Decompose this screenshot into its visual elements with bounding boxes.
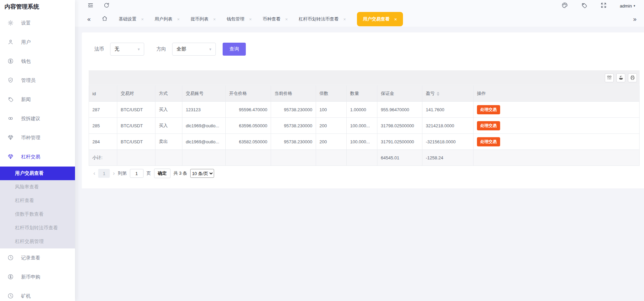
sidebar-item-leverage-trading[interactable]: 杠杆交易: [0, 147, 75, 167]
sidebar-item-new-coin[interactable]: 新币申购: [0, 268, 75, 287]
handle-trade-button[interactable]: 处理交易: [477, 137, 500, 146]
sidebar-item-label: 矿机: [21, 293, 31, 299]
sidebar-item-users[interactable]: 用户: [0, 33, 75, 52]
trades-table: id 交易对 方式 交易账号 开仓价格 当前价格 倍数 数量 保证金 盈亏: [89, 85, 640, 166]
fiat-select[interactable]: 无 ▼: [110, 43, 144, 56]
top-navbar: admin ▾: [75, 0, 644, 12]
col-amount: 数量: [347, 86, 377, 102]
col-margin: 保证金: [377, 86, 422, 102]
sidebar-item-label: 币种管理: [21, 135, 40, 141]
tabs-scroll-left-icon[interactable]: «: [87, 16, 91, 22]
theme-palette-icon[interactable]: [561, 2, 568, 10]
sidebar-item-label: 新币申购: [21, 274, 40, 280]
close-icon[interactable]: ×: [177, 17, 180, 22]
page-number-button[interactable]: 1: [98, 169, 110, 178]
direction-select-value: 全部: [177, 46, 186, 52]
tabs-scroll-right-icon[interactable]: »: [633, 16, 636, 22]
fullscreen-icon[interactable]: [600, 2, 607, 10]
table-header-row: id 交易对 方式 交易账号 开仓价格 当前价格 倍数 数量 保证金 盈亏: [89, 86, 640, 102]
history-icon: [8, 293, 14, 300]
close-icon[interactable]: ×: [213, 17, 216, 22]
submenu-item-leverage-manage[interactable]: 杠杆交易管理: [0, 235, 75, 248]
tab-user-list[interactable]: 用户列表 ×: [155, 16, 180, 22]
refresh-icon[interactable]: [103, 2, 110, 10]
sidebar-item-records[interactable]: 记录查看: [0, 248, 75, 268]
close-icon[interactable]: ×: [285, 17, 288, 22]
gem-icon: [8, 134, 14, 142]
direction-filter-label: 方向: [156, 46, 166, 52]
close-icon[interactable]: ×: [394, 17, 397, 22]
sidebar-item-miner[interactable]: 矿机: [0, 287, 75, 301]
app-title: 内容管理系统: [0, 0, 75, 14]
sidebar-item-settings[interactable]: 设置: [0, 14, 75, 33]
chevron-down-icon: ▼: [209, 47, 212, 51]
history-icon: [8, 255, 14, 262]
next-page-icon[interactable]: ›: [113, 170, 115, 176]
tab-wallet-management[interactable]: 钱包管理 ×: [227, 16, 252, 22]
sidebar-item-admins[interactable]: 管理员: [0, 71, 75, 90]
handle-trade-button[interactable]: 处理交易: [477, 121, 500, 130]
col-pair: 交易对: [117, 86, 155, 102]
submenu-item-leverage-transfer[interactable]: 杠杆币划转法币查看: [0, 221, 75, 235]
confirm-page-button[interactable]: 确定: [154, 169, 170, 178]
submenu-item-multiplier-lots[interactable]: 倍数手数查看: [0, 207, 75, 221]
col-open-price: 开仓价格: [226, 86, 271, 102]
col-side: 方式: [155, 86, 182, 102]
page-size-select[interactable]: 10 条/页: [190, 169, 214, 178]
sort-icon[interactable]: [437, 92, 439, 96]
tab-user-trades-active[interactable]: 用户交易查看 ×: [357, 12, 403, 26]
goto-page-input[interactable]: [130, 169, 144, 178]
user-icon: [8, 39, 14, 46]
tab-leverage-transfer[interactable]: 杠杆币划转法币查看 ×: [299, 16, 346, 22]
sidebar-item-label: 用户: [21, 39, 31, 45]
page-content: 法币 无 ▼ 方向 全部 ▼ 查询: [75, 27, 644, 301]
total-count-label: 共 3 条: [174, 170, 187, 176]
sidebar-item-wallet[interactable]: 钱包: [0, 52, 75, 71]
link-icon: [8, 115, 14, 123]
print-icon[interactable]: [628, 73, 637, 82]
handle-trade-button[interactable]: 处理交易: [477, 105, 500, 114]
sidebar-item-label: 设置: [21, 20, 31, 26]
chevron-down-icon: ▼: [137, 47, 140, 51]
shield-check-icon: [8, 77, 14, 84]
tab-withdraw-list[interactable]: 提币列表 ×: [191, 16, 216, 22]
export-icon[interactable]: [616, 73, 625, 82]
fiat-select-value: 无: [115, 46, 119, 52]
subtotal-margin: 64545.01: [377, 150, 422, 166]
prev-page-icon[interactable]: ‹: [93, 170, 95, 176]
columns-icon[interactable]: [605, 73, 614, 82]
sidebar-item-label: 钱包: [21, 58, 31, 64]
gem-icon: [8, 154, 14, 161]
sidebar-item-label: 新闻: [21, 97, 31, 103]
coin-dollar-icon: [8, 274, 14, 281]
close-icon[interactable]: ×: [343, 17, 346, 22]
subtotal-row: 小计: 64545.01 -1258.24: [89, 150, 640, 166]
tab-coin-view[interactable]: 币种查看 ×: [263, 16, 288, 22]
sidebar-item-label: 管理员: [21, 77, 35, 84]
fiat-filter-label: 法币: [94, 46, 104, 52]
page-unit-label: 页: [147, 170, 151, 176]
submenu-item-leverage-view[interactable]: 杠杆查看: [0, 194, 75, 207]
tab-basic-settings[interactable]: 基础设置 ×: [119, 16, 144, 22]
admin-user-menu[interactable]: admin ▾: [620, 3, 635, 9]
admin-username: admin: [620, 3, 632, 9]
wallet-dollar-icon: [8, 58, 14, 65]
direction-select[interactable]: 全部 ▼: [172, 43, 216, 56]
tag-icon: [8, 96, 14, 103]
search-button[interactable]: 查询: [223, 43, 246, 56]
submenu-item-user-trades[interactable]: 用户交易查看: [0, 167, 75, 180]
close-icon[interactable]: ×: [141, 17, 144, 22]
sidebar-item-feedback[interactable]: 投拆建议: [0, 109, 75, 128]
table-toolbar: [89, 70, 640, 85]
tag-icon[interactable]: [581, 2, 587, 10]
sidebar-item-news[interactable]: 新闻: [0, 90, 75, 109]
sidebar-item-coin-management[interactable]: 币种管理: [0, 128, 75, 147]
submenu-item-risk-rate[interactable]: 风险率查看: [0, 180, 75, 194]
table-row: 284 BTC/USDT 卖出 dlc1969@outlo... 63582.0…: [89, 134, 640, 150]
table-row: 287 BTC/USDT 买入 123123 95596.470000 9573…: [89, 102, 640, 118]
goto-page-label: 到第: [118, 170, 127, 176]
close-icon[interactable]: ×: [249, 17, 252, 22]
home-icon[interactable]: [102, 15, 108, 23]
collapse-sidebar-icon[interactable]: [87, 2, 94, 10]
chevron-down-icon: ▾: [633, 4, 635, 8]
